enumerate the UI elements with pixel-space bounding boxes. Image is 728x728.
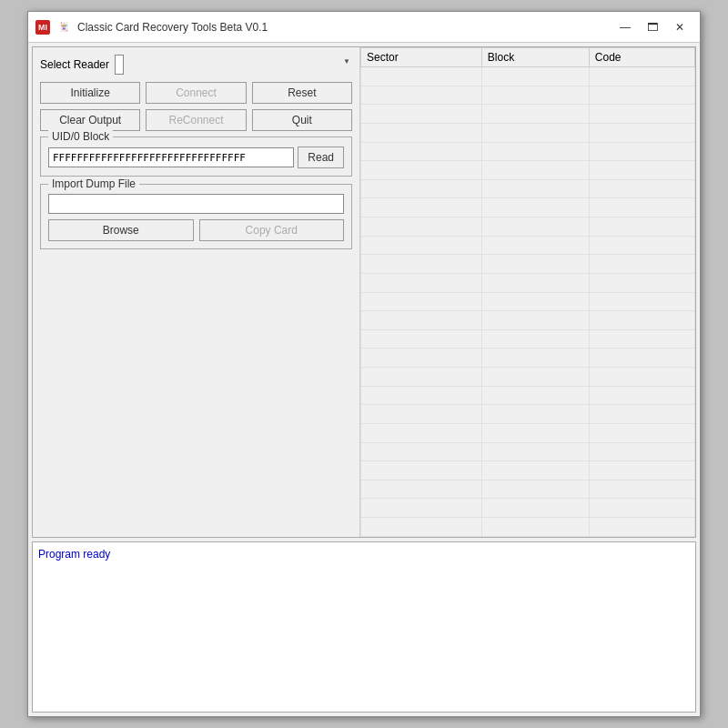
window-body: Select Reader Initialize Connect Reset C… [32, 46, 696, 538]
uid-group: UID/0 Block Read [40, 136, 352, 177]
table-row [361, 67, 695, 86]
table-row [361, 105, 695, 124]
table-row [361, 86, 695, 105]
copy-card-button[interactable]: Copy Card [199, 219, 345, 241]
col-sector: Sector [361, 48, 482, 67]
initialize-button[interactable]: Initialize [40, 82, 140, 104]
data-table: Sector Block Code [360, 47, 695, 537]
title-bar: MI 🃏 Classic Card Recovery Tools Beta V0… [28, 12, 700, 43]
output-text: Program ready [38, 548, 110, 561]
uid-row: Read [48, 147, 344, 168]
table-row [361, 518, 695, 537]
table-container: Sector Block Code [360, 47, 695, 537]
app-icon: MI [35, 20, 50, 35]
table-row [361, 217, 695, 237]
quit-button[interactable]: Quit [252, 109, 352, 131]
select-reader-label: Select Reader [40, 58, 109, 71]
table-row [361, 405, 695, 424]
table-row [361, 349, 695, 368]
table-row [361, 255, 695, 274]
output-area: Program ready [32, 541, 696, 713]
table-row [361, 423, 695, 442]
app-card-icon: 🃏 [56, 19, 72, 35]
reconnect-button[interactable]: ReConnect [146, 109, 246, 131]
buttons-row-2: Clear Output ReConnect Quit [40, 109, 352, 131]
right-panel: Sector Block Code [360, 47, 695, 537]
table-row [361, 292, 695, 311]
table-row [361, 161, 695, 180]
restore-button[interactable]: 🗖 [640, 18, 665, 36]
buttons-row-1: Initialize Connect Reset [40, 82, 352, 104]
import-file-input[interactable] [48, 194, 344, 214]
window-controls: — 🗖 ✕ [612, 18, 693, 36]
col-block: Block [481, 48, 589, 67]
reader-combo-wrapper [115, 55, 352, 75]
table-row [361, 480, 695, 499]
table-row [361, 329, 695, 349]
table-row [361, 368, 695, 387]
table-row [361, 386, 695, 405]
window-title: Classic Card Recovery Tools Beta V0.1 [77, 21, 612, 34]
import-group: Import Dump File Browse Copy Card [40, 184, 352, 249]
table-row [361, 198, 695, 217]
minimize-button[interactable]: — [612, 18, 638, 36]
table-row [361, 442, 695, 461]
table-row [361, 311, 695, 330]
table-body [361, 67, 695, 537]
table-row [361, 499, 695, 518]
reset-button[interactable]: Reset [252, 82, 352, 104]
table-row [361, 273, 695, 292]
table-row [361, 123, 695, 142]
table-row [361, 236, 695, 255]
table-row [361, 142, 695, 161]
select-reader-dropdown[interactable] [115, 55, 124, 75]
table-row [361, 179, 695, 198]
uid-input[interactable] [48, 147, 294, 167]
close-button[interactable]: ✕ [667, 18, 693, 36]
read-button[interactable]: Read [298, 147, 344, 168]
main-window: MI 🃏 Classic Card Recovery Tools Beta V0… [27, 11, 701, 717]
select-reader-row: Select Reader [40, 55, 352, 75]
browse-button[interactable]: Browse [48, 219, 194, 241]
table-header: Sector Block Code [361, 48, 695, 67]
clear-output-button[interactable]: Clear Output [40, 109, 140, 131]
col-code: Code [589, 48, 694, 67]
import-group-legend: Import Dump File [48, 177, 139, 190]
uid-group-legend: UID/0 Block [48, 130, 113, 143]
connect-button[interactable]: Connect [146, 82, 246, 104]
import-buttons-row: Browse Copy Card [48, 219, 344, 241]
left-panel: Select Reader Initialize Connect Reset C… [33, 47, 360, 537]
table-row [361, 461, 695, 480]
